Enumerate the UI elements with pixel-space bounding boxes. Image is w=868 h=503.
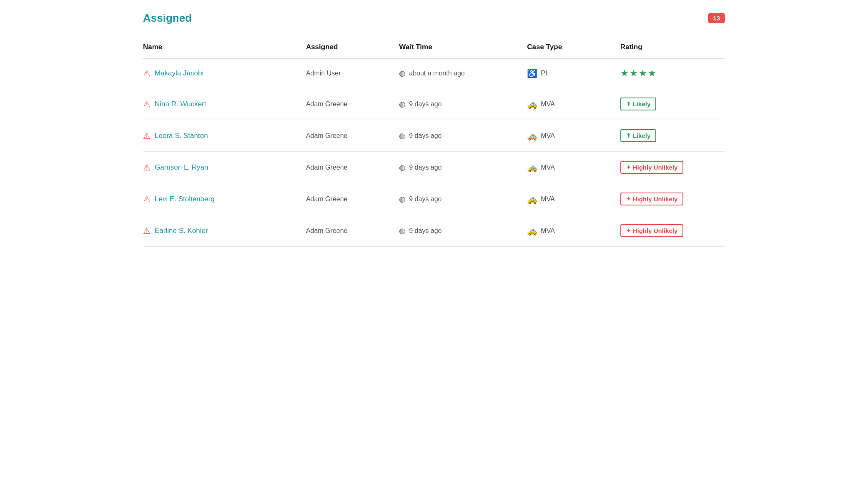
alert-icon: ⚠ [143, 194, 151, 204]
wait-time-cell: ◍ 9 days ago [399, 88, 527, 120]
name-cell: ⚠ Nina R. Wuckert [143, 88, 306, 120]
col-header-wait: Wait Time [399, 38, 527, 58]
client-name-link[interactable]: Earline S. Kohler [155, 227, 208, 235]
rating-label: Likely [633, 100, 651, 108]
clock-icon: ◍ [399, 195, 406, 204]
car-icon: 🚕 [527, 163, 537, 173]
wait-time-text: 9 days ago [409, 100, 442, 108]
car-icon: 🚕 [527, 194, 537, 204]
name-cell: ⚠ Levi E. Stoltenberg [143, 183, 306, 215]
assigned-cell: Adam Greene [306, 152, 399, 183]
table-row: ⚠ Garrison L. Ryan Adam Greene ◍ 9 days … [143, 152, 725, 183]
wait-time-cell: ◍ 9 days ago [399, 120, 527, 152]
clock-icon: ◍ [399, 226, 406, 235]
col-header-name: Name [143, 38, 306, 58]
wait-time-cell: ◍ 9 days ago [399, 152, 527, 183]
rating-badge: ✦ Highly Unlikely [620, 161, 684, 174]
table-header: Name Assigned Wait Time Case Type Rating [143, 38, 725, 58]
alert-icon: ⚠ [143, 163, 151, 173]
rating-icon: ✦ [626, 228, 631, 234]
rating-cell: ⬆ Likely [620, 88, 725, 120]
star-icon: ★ [630, 68, 638, 79]
star-icon: ★ [639, 68, 647, 79]
case-type-text: MVA [541, 164, 554, 171]
case-type-text: MVA [541, 227, 554, 235]
rating-label: Likely [633, 132, 651, 139]
wait-time-text: 9 days ago [409, 132, 442, 140]
page-title: Assigned [143, 12, 192, 25]
clock-icon: ◍ [399, 100, 406, 109]
col-header-assigned: Assigned [306, 38, 399, 58]
case-type-cell: 🚕 MVA [527, 183, 620, 215]
client-name-link[interactable]: Garrison L. Ryan [155, 163, 208, 172]
rating-cell: ★★★★ [620, 58, 725, 88]
car-icon: 🚕 [527, 226, 537, 236]
page-header: Assigned 13 [143, 12, 725, 25]
assigned-cell: Adam Greene [306, 215, 399, 247]
case-type-cell: 🚕 MVA [527, 215, 620, 247]
wait-time-text: 9 days ago [409, 227, 442, 235]
rating-cell: ✦ Highly Unlikely [620, 152, 725, 183]
name-cell: ⚠ Garrison L. Ryan [143, 152, 306, 183]
name-cell: ⚠ Makayla Jacobi [143, 58, 306, 88]
star-icon: ★ [648, 68, 656, 79]
rating-icon: ✦ [626, 196, 631, 202]
rating-badge: ⬆ Likely [620, 98, 657, 110]
alert-icon: ⚠ [143, 131, 151, 141]
wait-time-text: 9 days ago [409, 195, 442, 203]
assigned-cell: Adam Greene [306, 120, 399, 152]
alert-icon: ⚠ [143, 99, 151, 109]
assigned-cell: Admin User [306, 58, 399, 88]
col-header-case: Case Type [527, 38, 620, 58]
case-type-cell: 🚕 MVA [527, 120, 620, 152]
case-type-text: MVA [541, 100, 554, 108]
client-name-link[interactable]: Makayla Jacobi [155, 69, 203, 78]
alert-icon: ⚠ [143, 226, 151, 236]
rating-badge: ✦ Highly Unlikely [620, 224, 684, 237]
table-row: ⚠ Earline S. Kohler Adam Greene ◍ 9 days… [143, 215, 725, 247]
table-row: ⚠ Leora S. Stanton Adam Greene ◍ 9 days … [143, 120, 725, 152]
rating-badge: ⬆ Likely [620, 129, 657, 142]
alert-icon: ⚠ [143, 68, 151, 78]
client-name-link[interactable]: Nina R. Wuckert [155, 100, 206, 108]
rating-cell: ✦ Highly Unlikely [620, 215, 725, 247]
case-type-text: PI [541, 70, 547, 77]
rating-label: Highly Unlikely [633, 164, 678, 171]
case-type-cell: 🚕 MVA [527, 88, 620, 120]
car-icon: 🚕 [527, 99, 537, 109]
name-cell: ⚠ Earline S. Kohler [143, 215, 306, 247]
table-row: ⚠ Makayla Jacobi Admin User ◍ about a mo… [143, 58, 725, 88]
clock-icon: ◍ [399, 163, 406, 172]
rating-cell: ✦ Highly Unlikely [620, 183, 725, 215]
name-cell: ⚠ Leora S. Stanton [143, 120, 306, 152]
wait-time-cell: ◍ 9 days ago [399, 183, 527, 215]
star-rating: ★★★★ [620, 68, 718, 79]
case-type-text: MVA [541, 132, 554, 140]
rating-icon: ⬆ [626, 133, 631, 139]
car-icon: 🚕 [527, 131, 537, 141]
case-type-text: MVA [541, 195, 554, 203]
wait-time-cell: ◍ about a month ago [399, 58, 527, 88]
case-type-cell: ♿ PI [527, 58, 620, 88]
rating-badge: ✦ Highly Unlikely [620, 193, 684, 205]
rating-icon: ⬆ [626, 101, 631, 107]
person-icon: ♿ [527, 68, 537, 78]
table-body: ⚠ Makayla Jacobi Admin User ◍ about a mo… [143, 58, 725, 247]
star-icon: ★ [620, 68, 629, 79]
assigned-cell: Adam Greene [306, 88, 399, 120]
rating-icon: ✦ [626, 164, 631, 170]
assigned-table: Name Assigned Wait Time Case Type Rating… [143, 38, 725, 247]
clock-icon: ◍ [399, 131, 406, 140]
rating-label: Highly Unlikely [633, 195, 678, 203]
assigned-cell: Adam Greene [306, 183, 399, 215]
rating-cell: ⬆ Likely [620, 120, 725, 152]
client-name-link[interactable]: Levi E. Stoltenberg [155, 195, 215, 203]
wait-time-text: about a month ago [409, 70, 464, 77]
table-row: ⚠ Nina R. Wuckert Adam Greene ◍ 9 days a… [143, 88, 725, 120]
clock-icon: ◍ [399, 69, 406, 78]
table-row: ⚠ Levi E. Stoltenberg Adam Greene ◍ 9 da… [143, 183, 725, 215]
wait-time-cell: ◍ 9 days ago [399, 215, 527, 247]
count-badge: 13 [708, 13, 725, 23]
col-header-rating: Rating [620, 38, 725, 58]
client-name-link[interactable]: Leora S. Stanton [155, 132, 208, 140]
